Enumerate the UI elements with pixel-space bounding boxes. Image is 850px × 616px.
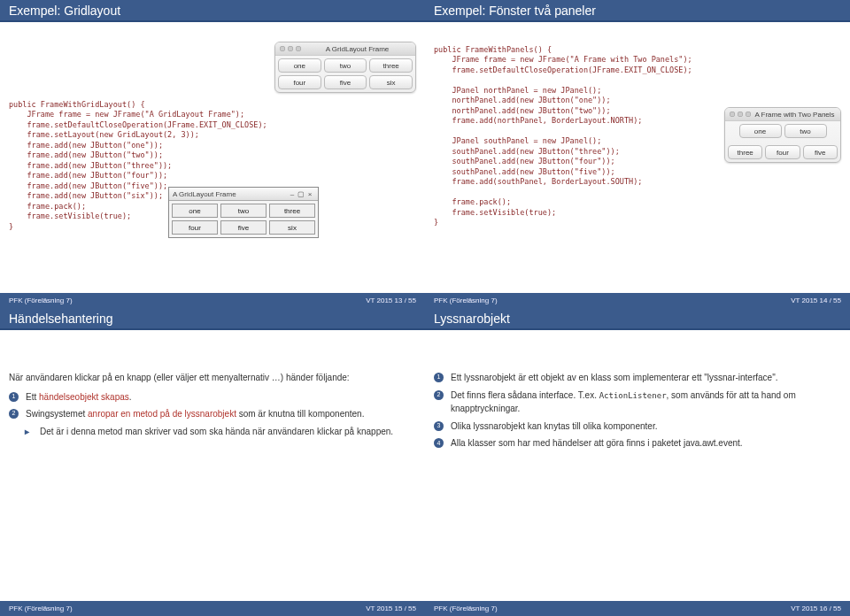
button-five[interactable]: five bbox=[324, 75, 367, 89]
button-one[interactable]: one bbox=[172, 204, 218, 218]
button-one[interactable]: one bbox=[739, 124, 782, 138]
footer-right: VT 2015 13 / 55 bbox=[366, 296, 416, 304]
button-five[interactable]: five bbox=[803, 145, 838, 159]
button-three[interactable]: three bbox=[728, 145, 762, 159]
window-title: A Frame with Two Panels bbox=[753, 111, 836, 119]
slide-13: Exempel: Gridlayout A GridLayout Frame o… bbox=[0, 0, 425, 308]
button-three[interactable]: three bbox=[369, 58, 413, 73]
list-item: 2 Swingsystemet anropar en metod på de l… bbox=[9, 407, 416, 421]
footer-left: PFK (Föreläsning 7) bbox=[9, 604, 73, 612]
footer-left: PFK (Föreläsning 7) bbox=[9, 296, 73, 304]
slide-title: Händelsehantering bbox=[0, 308, 425, 330]
list-item: 4 Alla klasser som har med händelser att… bbox=[434, 436, 841, 450]
slide-14: Exempel: Fönster två paneler A Frame wit… bbox=[425, 0, 850, 308]
button-four[interactable]: four bbox=[278, 75, 321, 89]
slide-footer: PFK (Föreläsning 7) VT 2015 15 / 55 bbox=[0, 601, 425, 616]
bullet-number: 4 bbox=[434, 438, 444, 448]
footer-left: PFK (Föreläsning 7) bbox=[434, 296, 498, 304]
sub-item: ▸ Det är i denna metod man skriver vad s… bbox=[9, 425, 416, 439]
button-six[interactable]: six bbox=[369, 75, 413, 89]
minimize-icon[interactable]: – bbox=[288, 190, 297, 198]
bullet-number: 2 bbox=[9, 409, 19, 419]
window-title: A GridLayout Frame bbox=[173, 190, 236, 198]
traffic-red-icon bbox=[280, 46, 285, 51]
list-item: 2 Det finns flera sådana interface. T.ex… bbox=[434, 389, 841, 416]
button-two[interactable]: two bbox=[784, 124, 827, 138]
button-four[interactable]: four bbox=[172, 220, 218, 235]
win-window: A GridLayout Frame – ▢ × one two three f… bbox=[168, 187, 319, 238]
slide-title: Lyssnarobjekt bbox=[425, 308, 850, 330]
button-four[interactable]: four bbox=[765, 145, 800, 159]
slide-title: Exempel: Fönster två paneler bbox=[425, 0, 850, 22]
bullet-number: 3 bbox=[434, 421, 444, 431]
bullet-number: 1 bbox=[434, 373, 444, 382]
triangle-icon: ▸ bbox=[9, 425, 33, 439]
slide-footer: PFK (Föreläsning 7) VT 2015 14 / 55 bbox=[425, 293, 850, 308]
button-five[interactable]: five bbox=[220, 220, 267, 235]
footer-right: VT 2015 15 / 55 bbox=[366, 604, 416, 612]
footer-right: VT 2015 16 / 55 bbox=[791, 604, 841, 612]
maximize-icon[interactable]: ▢ bbox=[297, 190, 305, 198]
list-item: 1 Ett lyssnarobjekt är ett objekt av en … bbox=[434, 371, 841, 385]
footer-right: VT 2015 14 / 55 bbox=[791, 296, 841, 304]
list-item: 1 Ett händelseobjekt skapas. bbox=[9, 390, 416, 404]
traffic-yellow-icon bbox=[288, 46, 293, 51]
bullet-number: 2 bbox=[434, 390, 444, 400]
traffic-yellow-icon bbox=[738, 112, 743, 117]
footer-left: PFK (Föreläsning 7) bbox=[434, 604, 498, 612]
close-icon[interactable]: × bbox=[305, 190, 314, 198]
slide-title: Exempel: Gridlayout bbox=[0, 0, 425, 22]
button-two[interactable]: two bbox=[220, 204, 267, 218]
window-title: A GridLayout Frame bbox=[304, 45, 411, 53]
button-two[interactable]: two bbox=[324, 58, 367, 73]
bullet-number: 1 bbox=[9, 392, 19, 402]
traffic-green-icon bbox=[746, 112, 751, 117]
button-one[interactable]: one bbox=[278, 58, 321, 73]
slide-16: Lyssnarobjekt 1 Ett lyssnarobjekt är ett… bbox=[425, 308, 850, 616]
lead-text: När användaren klickar på en knapp (elle… bbox=[9, 371, 416, 385]
slide-15: Händelsehantering När användaren klickar… bbox=[0, 308, 425, 616]
mac-window: A GridLayout Frame one two three four fi… bbox=[274, 42, 416, 93]
slide-footer: PFK (Föreläsning 7) VT 2015 13 / 55 bbox=[0, 293, 425, 308]
button-three[interactable]: three bbox=[269, 204, 315, 218]
slide-footer: PFK (Föreläsning 7) VT 2015 16 / 55 bbox=[425, 601, 850, 616]
button-six[interactable]: six bbox=[269, 220, 315, 235]
mac-window: A Frame with Two Panels one two three fo… bbox=[724, 107, 841, 163]
list-item: 3 Olika lyssnarobjekt kan knytas till ol… bbox=[434, 420, 841, 434]
traffic-green-icon bbox=[296, 46, 301, 51]
traffic-red-icon bbox=[730, 112, 735, 117]
